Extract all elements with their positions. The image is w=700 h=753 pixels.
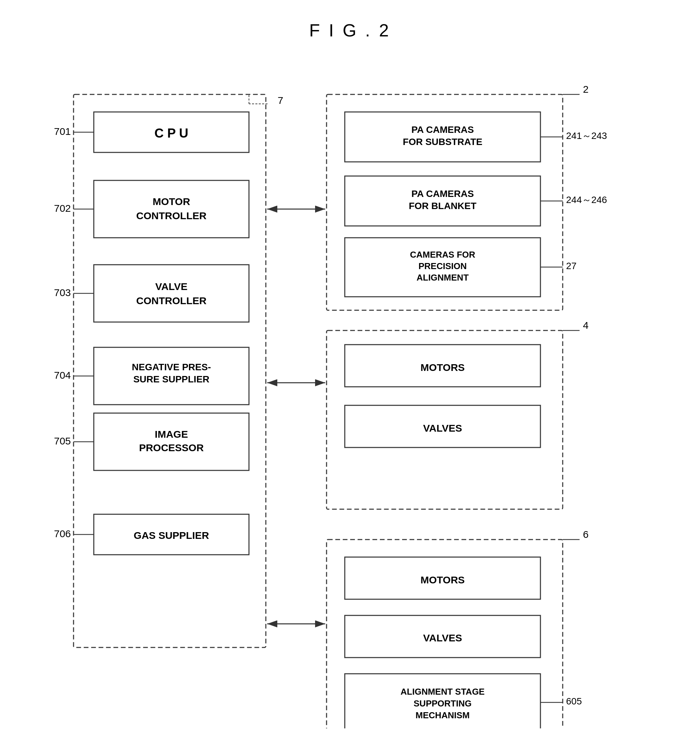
page-title: F I G . 2	[0, 0, 700, 54]
pa-sub-label2: FOR SUBSTRATE	[403, 137, 483, 147]
ref-704: 704	[54, 369, 71, 381]
motors-mid-label: MOTORS	[420, 362, 464, 373]
ref-244-246: 244～246	[566, 195, 607, 205]
ref-706: 706	[54, 528, 71, 539]
motor-ctrl-label1: MOTOR	[153, 196, 190, 207]
ref-605: 605	[566, 696, 582, 706]
image-processor-box	[94, 413, 249, 471]
valve-ctrl-label1: VALVE	[155, 281, 188, 292]
align-stage-label2: SUPPORTING	[414, 698, 472, 708]
image-proc-label1: IMAGE	[155, 429, 188, 440]
cpu-label: C P U	[154, 126, 188, 140]
valves-bot-label: VALVES	[423, 632, 462, 644]
cpu-box	[94, 112, 249, 153]
neg-pres-label2: SURE SUPPLIER	[133, 374, 209, 384]
valves-bot-box	[345, 616, 541, 658]
cameras-prec-label1: CAMERAS FOR	[410, 249, 475, 260]
align-stage-label3: MECHANISM	[415, 710, 469, 720]
ref-6: 6	[583, 529, 589, 540]
mid-right-group-box	[327, 331, 563, 509]
ref-7: 7	[278, 95, 283, 106]
valve-controller-box	[94, 265, 249, 322]
neg-pres-label1: NEGATIVE PRES-	[131, 362, 211, 372]
ref-27: 27	[566, 261, 577, 271]
cameras-precision-box	[345, 238, 541, 297]
valves-mid-label: VALVES	[423, 422, 462, 433]
cameras-prec-label2: PRECISION	[418, 261, 467, 271]
ref-702: 702	[54, 203, 71, 214]
ref-705: 705	[54, 435, 71, 446]
top-right-group-box	[327, 94, 563, 310]
gas-supplier-box	[94, 514, 249, 555]
pa-bla-label1: PA CAMERAS	[411, 189, 473, 199]
bot-right-group-box	[327, 539, 563, 728]
neg-pressure-box	[94, 347, 249, 405]
motors-bot-label: MOTORS	[420, 574, 464, 585]
motor-controller-box	[94, 181, 249, 238]
left-group-box	[73, 94, 266, 647]
pa-cameras-blanket-box	[345, 176, 541, 226]
image-proc-label2: PROCESSOR	[139, 442, 204, 453]
pa-bla-label2: FOR BLANKET	[409, 201, 477, 211]
motor-ctrl-label2: CONTROLLER	[136, 210, 206, 221]
motors-mid-box	[345, 345, 541, 387]
align-stage-label1: ALIGNMENT STAGE	[400, 687, 484, 697]
motors-bot-box	[345, 557, 541, 599]
gas-supplier-label: GAS SUPPLIER	[134, 530, 209, 541]
pa-sub-label1: PA CAMERAS	[411, 125, 473, 135]
alignment-stage-box	[345, 674, 541, 728]
ref-241-243: 241～243	[566, 131, 607, 141]
ref-701: 701	[54, 126, 71, 137]
ref-4: 4	[583, 320, 589, 331]
ref-703: 703	[54, 287, 71, 298]
ref-2: 2	[583, 84, 589, 95]
valves-mid-box	[345, 405, 541, 447]
valve-ctrl-label2: CONTROLLER	[136, 295, 206, 306]
pa-cameras-substrate-box	[345, 112, 541, 162]
cameras-prec-label3: ALIGNMENT	[416, 273, 469, 282]
